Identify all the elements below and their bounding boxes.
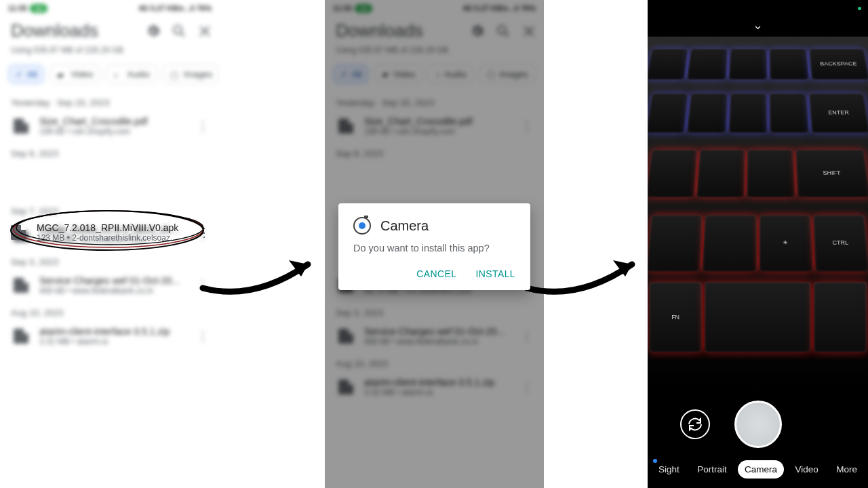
svg-point-4 (498, 26, 506, 34)
arrow-annotation (524, 251, 659, 305)
date-header: Sep 7, 2023 (0, 199, 220, 219)
arrow-annotation (199, 251, 335, 305)
close-icon[interactable] (197, 23, 213, 39)
camera-modes: Sight Portrait Camera Video More (648, 460, 868, 479)
chip-video[interactable]: ▰Video (50, 64, 100, 84)
mode-portrait[interactable]: Portrait (690, 460, 734, 479)
camera-status-bar (648, 0, 868, 16)
svg-point-0 (174, 26, 182, 34)
date-header: Sep 9, 2023 (0, 142, 220, 161)
file-row[interactable]: Service Charges wef 01-Oct-20...400 kB •… (0, 270, 220, 301)
date-header: Aug 10, 2023 (0, 301, 220, 321)
filter-chips: ✓All ▰Video ♪Audio ▢Images (0, 62, 220, 91)
file-icon (14, 119, 28, 134)
more-icon[interactable]: ⋮ (194, 119, 212, 134)
chip-all[interactable]: ✓All (8, 64, 44, 84)
mode-sight[interactable]: Sight (652, 460, 686, 479)
file-icon (14, 329, 28, 344)
mode-video[interactable]: Video (789, 460, 825, 479)
more-icon[interactable]: ⋮ (195, 225, 213, 240)
page-title: Downloads (336, 20, 460, 41)
file-row-highlighted[interactable]: MGC_7.2.018_RPII.MiVIII.V0.apk 123 MB • … (11, 218, 213, 247)
search-icon[interactable] (495, 23, 511, 39)
page-title: Downloads (11, 20, 136, 41)
file-row[interactable]: Size_Chart_Crocodile.pdf199 kB • cdn.sho… (0, 110, 220, 142)
status-bar: 11:55●● 4G 5.27 KB/s ..il 76% (0, 0, 220, 16)
more-icon[interactable]: ⋮ (194, 329, 212, 344)
date-header: Yesterday · Sep 20, 2023 (0, 91, 220, 110)
date-header: Sep 3, 2023 (0, 250, 220, 270)
camera-app-icon (353, 217, 371, 235)
camera-viewfinder[interactable]: BACKSPACE ENTER SHIFT ☀CTRL FN (648, 37, 868, 392)
file-icon (11, 225, 26, 240)
chip-all[interactable]: ✓All (333, 64, 369, 84)
cancel-button[interactable]: CANCEL (416, 268, 456, 279)
mode-camera[interactable]: Camera (738, 460, 784, 479)
chip-images[interactable]: ▢Images (163, 64, 220, 84)
chip-audio[interactable]: ♪Audio (428, 64, 474, 84)
switch-camera-icon[interactable] (680, 409, 710, 439)
dialog-title: Camera (380, 218, 429, 234)
file-sub: 123 MB • 2-dontsharethislink.celsoaz.. (37, 233, 184, 243)
keyboard-subject: BACKSPACE ENTER SHIFT ☀CTRL FN (648, 37, 868, 392)
chevron-down-icon[interactable]: ⌄ (648, 16, 868, 37)
shutter-button[interactable] (734, 401, 782, 448)
storage-text: Using 535.97 MB of 226.29 GB (325, 44, 544, 62)
file-icon (14, 278, 28, 293)
chip-images[interactable]: ▢Images (479, 64, 536, 84)
file-row[interactable]: atarim-client-interface-3.5.1.zip3.32 MB… (0, 321, 220, 352)
gear-icon[interactable] (469, 23, 486, 39)
file-name: MGC_7.2.018_RPII.MiVIII.V0.apk (37, 222, 184, 233)
mode-more[interactable]: More (829, 460, 864, 479)
close-icon[interactable] (521, 23, 537, 39)
chip-audio[interactable]: ♪Audio (106, 64, 157, 84)
search-icon[interactable] (171, 23, 187, 39)
install-button[interactable]: INSTALL (475, 268, 515, 279)
dialog-message: Do you want to install this app? (353, 243, 515, 253)
gear-icon[interactable] (145, 23, 161, 39)
install-dialog: Camera Do you want to install this app? … (338, 203, 530, 290)
storage-text: Using 535.97 MB of 226.29 GB (0, 44, 220, 62)
status-bar: 11:55●● 4G 5.27 KB/s ..il 76% (325, 0, 544, 16)
chip-video[interactable]: ▰Video (374, 64, 422, 84)
